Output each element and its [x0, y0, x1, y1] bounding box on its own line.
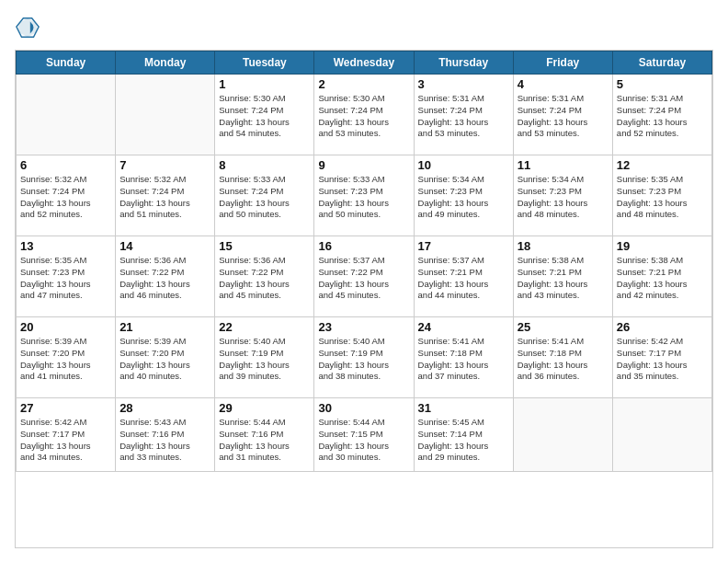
header — [15, 15, 713, 40]
day-info: Sunrise: 5:33 AM Sunset: 7:23 PM Dayligh… — [318, 174, 409, 221]
col-header-wednesday: Wednesday — [314, 52, 414, 75]
day-info: Sunrise: 5:30 AM Sunset: 7:24 PM Dayligh… — [219, 93, 310, 140]
day-cell: 3Sunrise: 5:31 AM Sunset: 7:24 PM Daylig… — [414, 75, 513, 155]
col-header-friday: Friday — [513, 52, 612, 75]
day-info: Sunrise: 5:42 AM Sunset: 7:17 PM Dayligh… — [20, 417, 111, 464]
day-info: Sunrise: 5:35 AM Sunset: 7:23 PM Dayligh… — [20, 255, 111, 302]
day-number: 4 — [518, 77, 609, 91]
logo-icon — [15, 15, 40, 40]
day-info: Sunrise: 5:32 AM Sunset: 7:24 PM Dayligh… — [119, 174, 210, 221]
day-number: 30 — [318, 401, 409, 415]
day-number: 11 — [518, 158, 609, 172]
day-cell: 24Sunrise: 5:41 AM Sunset: 7:18 PM Dayli… — [414, 317, 513, 398]
day-number: 27 — [20, 401, 111, 415]
day-info: Sunrise: 5:33 AM Sunset: 7:24 PM Dayligh… — [219, 174, 310, 221]
day-number: 18 — [518, 239, 609, 253]
day-info: Sunrise: 5:40 AM Sunset: 7:19 PM Dayligh… — [219, 336, 310, 383]
day-cell — [17, 75, 116, 155]
day-info: Sunrise: 5:32 AM Sunset: 7:24 PM Dayligh… — [20, 174, 111, 221]
day-info: Sunrise: 5:37 AM Sunset: 7:22 PM Dayligh… — [318, 255, 409, 302]
day-number: 23 — [318, 320, 409, 334]
day-cell: 15Sunrise: 5:36 AM Sunset: 7:22 PM Dayli… — [215, 236, 314, 317]
day-cell: 26Sunrise: 5:42 AM Sunset: 7:17 PM Dayli… — [612, 317, 711, 398]
week-row-3: 20Sunrise: 5:39 AM Sunset: 7:20 PM Dayli… — [17, 317, 712, 398]
day-cell — [116, 75, 215, 155]
day-number: 31 — [418, 401, 509, 415]
day-info: Sunrise: 5:31 AM Sunset: 7:24 PM Dayligh… — [617, 93, 708, 140]
col-header-tuesday: Tuesday — [215, 52, 314, 75]
col-header-sunday: Sunday — [17, 52, 116, 75]
day-cell: 6Sunrise: 5:32 AM Sunset: 7:24 PM Daylig… — [17, 155, 116, 236]
day-cell: 25Sunrise: 5:41 AM Sunset: 7:18 PM Dayli… — [513, 317, 612, 398]
day-number: 12 — [617, 158, 708, 172]
day-number: 26 — [617, 320, 708, 334]
day-number: 28 — [119, 401, 210, 415]
day-cell: 1Sunrise: 5:30 AM Sunset: 7:24 PM Daylig… — [215, 75, 314, 155]
day-info: Sunrise: 5:40 AM Sunset: 7:19 PM Dayligh… — [318, 336, 409, 383]
day-cell: 17Sunrise: 5:37 AM Sunset: 7:21 PM Dayli… — [414, 236, 513, 317]
day-cell: 21Sunrise: 5:39 AM Sunset: 7:20 PM Dayli… — [116, 317, 215, 398]
week-row-4: 27Sunrise: 5:42 AM Sunset: 7:17 PM Dayli… — [17, 398, 712, 472]
day-header-row: SundayMondayTuesdayWednesdayThursdayFrid… — [17, 52, 712, 75]
day-cell: 31Sunrise: 5:45 AM Sunset: 7:14 PM Dayli… — [414, 398, 513, 472]
day-number: 19 — [617, 239, 708, 253]
page: SundayMondayTuesdayWednesdayThursdayFrid… — [0, 0, 728, 563]
day-cell: 20Sunrise: 5:39 AM Sunset: 7:20 PM Dayli… — [17, 317, 116, 398]
day-number: 5 — [617, 77, 708, 91]
week-row-0: 1Sunrise: 5:30 AM Sunset: 7:24 PM Daylig… — [17, 75, 712, 155]
day-number: 24 — [418, 320, 509, 334]
day-info: Sunrise: 5:43 AM Sunset: 7:16 PM Dayligh… — [119, 417, 210, 464]
day-cell: 16Sunrise: 5:37 AM Sunset: 7:22 PM Dayli… — [314, 236, 414, 317]
day-number: 7 — [119, 158, 210, 172]
day-info: Sunrise: 5:36 AM Sunset: 7:22 PM Dayligh… — [219, 255, 310, 302]
day-number: 10 — [418, 158, 509, 172]
day-number: 17 — [418, 239, 509, 253]
day-number: 25 — [518, 320, 609, 334]
day-info: Sunrise: 5:44 AM Sunset: 7:15 PM Dayligh… — [318, 417, 409, 464]
day-cell: 28Sunrise: 5:43 AM Sunset: 7:16 PM Dayli… — [116, 398, 215, 472]
day-info: Sunrise: 5:37 AM Sunset: 7:21 PM Dayligh… — [418, 255, 509, 302]
day-number: 15 — [219, 239, 310, 253]
day-cell: 8Sunrise: 5:33 AM Sunset: 7:24 PM Daylig… — [215, 155, 314, 236]
day-info: Sunrise: 5:44 AM Sunset: 7:16 PM Dayligh… — [219, 417, 310, 464]
col-header-monday: Monday — [116, 52, 215, 75]
day-number: 13 — [20, 239, 111, 253]
day-info: Sunrise: 5:41 AM Sunset: 7:18 PM Dayligh… — [418, 336, 509, 383]
day-info: Sunrise: 5:41 AM Sunset: 7:18 PM Dayligh… — [518, 336, 609, 383]
day-cell: 30Sunrise: 5:44 AM Sunset: 7:15 PM Dayli… — [314, 398, 414, 472]
day-cell: 4Sunrise: 5:31 AM Sunset: 7:24 PM Daylig… — [513, 75, 612, 155]
day-cell: 19Sunrise: 5:38 AM Sunset: 7:21 PM Dayli… — [612, 236, 711, 317]
day-number: 8 — [219, 158, 310, 172]
day-number: 2 — [318, 77, 409, 91]
day-cell — [612, 398, 711, 472]
week-row-1: 6Sunrise: 5:32 AM Sunset: 7:24 PM Daylig… — [17, 155, 712, 236]
logo — [15, 15, 44, 40]
day-number: 29 — [219, 401, 310, 415]
calendar-table: SundayMondayTuesdayWednesdayThursdayFrid… — [16, 51, 712, 472]
day-cell: 14Sunrise: 5:36 AM Sunset: 7:22 PM Dayli… — [116, 236, 215, 317]
day-cell: 13Sunrise: 5:35 AM Sunset: 7:23 PM Dayli… — [17, 236, 116, 317]
calendar: SundayMondayTuesdayWednesdayThursdayFrid… — [15, 50, 713, 548]
day-cell: 23Sunrise: 5:40 AM Sunset: 7:19 PM Dayli… — [314, 317, 414, 398]
day-info: Sunrise: 5:34 AM Sunset: 7:23 PM Dayligh… — [418, 174, 509, 221]
day-cell — [513, 398, 612, 472]
week-row-2: 13Sunrise: 5:35 AM Sunset: 7:23 PM Dayli… — [17, 236, 712, 317]
day-number: 14 — [119, 239, 210, 253]
day-info: Sunrise: 5:39 AM Sunset: 7:20 PM Dayligh… — [20, 336, 111, 383]
day-cell: 7Sunrise: 5:32 AM Sunset: 7:24 PM Daylig… — [116, 155, 215, 236]
day-number: 20 — [20, 320, 111, 334]
day-info: Sunrise: 5:38 AM Sunset: 7:21 PM Dayligh… — [518, 255, 609, 302]
day-number: 22 — [219, 320, 310, 334]
col-header-saturday: Saturday — [612, 52, 711, 75]
day-cell: 12Sunrise: 5:35 AM Sunset: 7:23 PM Dayli… — [612, 155, 711, 236]
day-cell: 22Sunrise: 5:40 AM Sunset: 7:19 PM Dayli… — [215, 317, 314, 398]
day-cell: 29Sunrise: 5:44 AM Sunset: 7:16 PM Dayli… — [215, 398, 314, 472]
day-number: 3 — [418, 77, 509, 91]
day-cell: 5Sunrise: 5:31 AM Sunset: 7:24 PM Daylig… — [612, 75, 711, 155]
day-info: Sunrise: 5:34 AM Sunset: 7:23 PM Dayligh… — [518, 174, 609, 221]
day-number: 1 — [219, 77, 310, 91]
day-info: Sunrise: 5:36 AM Sunset: 7:22 PM Dayligh… — [119, 255, 210, 302]
day-cell: 27Sunrise: 5:42 AM Sunset: 7:17 PM Dayli… — [17, 398, 116, 472]
day-number: 6 — [20, 158, 111, 172]
day-number: 21 — [119, 320, 210, 334]
